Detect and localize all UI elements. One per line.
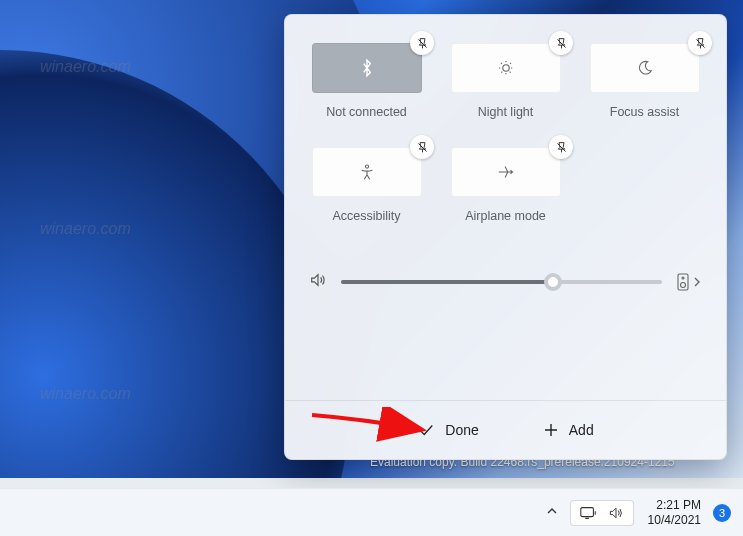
volume-tray-icon — [607, 505, 625, 521]
unpin-button[interactable] — [410, 31, 434, 55]
quick-settings-tiles: Not connected Night light Focus assist — [309, 43, 702, 223]
unpin-icon — [555, 37, 568, 50]
clock-date: 10/4/2021 — [648, 513, 701, 528]
done-button[interactable]: Done — [407, 415, 488, 445]
svg-point-4 — [682, 277, 684, 279]
volume-row — [309, 271, 702, 293]
tile-bluetooth: Not connected — [309, 43, 424, 119]
svg-point-1 — [365, 165, 368, 168]
tile-label: Night light — [478, 105, 534, 119]
add-label: Add — [569, 422, 594, 438]
unpin-icon — [694, 37, 707, 50]
tray-overflow-button[interactable] — [538, 505, 566, 520]
bluetooth-icon — [359, 57, 375, 79]
unpin-button[interactable] — [549, 31, 573, 55]
night-light-icon — [496, 58, 516, 78]
done-label: Done — [445, 422, 478, 438]
night-light-toggle[interactable] — [451, 43, 561, 93]
unpin-button[interactable] — [549, 135, 573, 159]
unpin-icon — [416, 141, 429, 154]
airplane-mode-toggle[interactable] — [451, 147, 561, 197]
network-icon — [579, 505, 597, 521]
plus-icon — [543, 422, 559, 438]
tile-label: Focus assist — [610, 105, 679, 119]
quick-settings-footer: Done Add — [285, 401, 726, 459]
tile-night-light: Night light — [448, 43, 563, 119]
tile-label: Accessibility — [332, 209, 400, 223]
audio-output-button[interactable] — [676, 273, 702, 291]
bluetooth-toggle[interactable] — [312, 43, 422, 93]
chevron-up-icon — [546, 505, 558, 517]
tile-accessibility: Accessibility — [309, 147, 424, 223]
tile-label: Not connected — [326, 105, 407, 119]
volume-slider-fill — [341, 280, 553, 284]
svg-point-3 — [681, 283, 686, 288]
tile-focus-assist: Focus assist — [587, 43, 702, 119]
tile-airplane-mode: Airplane mode — [448, 147, 563, 223]
accessibility-icon — [358, 163, 376, 181]
svg-point-0 — [502, 65, 508, 71]
chevron-right-icon — [692, 276, 702, 288]
airplane-icon — [497, 163, 515, 181]
taskbar-clock[interactable]: 2:21 PM 10/4/2021 — [648, 498, 701, 528]
accessibility-toggle[interactable] — [312, 147, 422, 197]
svg-rect-5 — [580, 507, 593, 516]
speaker-device-icon — [676, 273, 690, 291]
unpin-icon — [416, 37, 429, 50]
system-tray-group[interactable] — [570, 500, 634, 526]
unpin-button[interactable] — [688, 31, 712, 55]
quick-settings-panel: Not connected Night light Focus assist — [284, 14, 727, 460]
check-icon — [417, 421, 435, 439]
tile-label: Airplane mode — [465, 209, 546, 223]
unpin-button[interactable] — [410, 135, 434, 159]
notification-badge[interactable]: 3 — [713, 504, 731, 522]
moon-icon — [636, 59, 654, 77]
focus-assist-toggle[interactable] — [590, 43, 700, 93]
unpin-icon — [555, 141, 568, 154]
clock-time: 2:21 PM — [648, 498, 701, 513]
taskbar: 2:21 PM 10/4/2021 3 — [0, 488, 743, 536]
volume-icon[interactable] — [309, 271, 327, 293]
add-button[interactable]: Add — [533, 416, 604, 444]
volume-slider[interactable] — [341, 280, 662, 284]
volume-slider-thumb[interactable] — [544, 273, 562, 291]
